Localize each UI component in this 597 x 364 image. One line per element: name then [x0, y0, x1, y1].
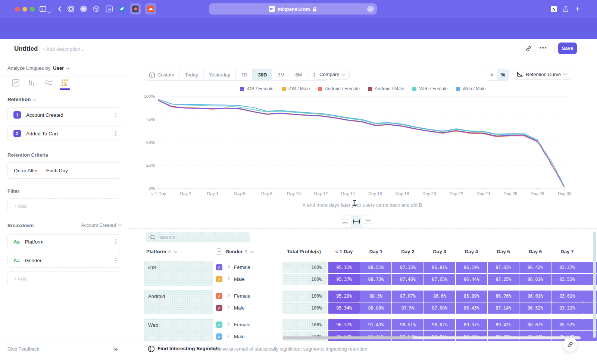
save-button[interactable]: Save: [558, 43, 577, 54]
expand-row-icon[interactable]: [226, 305, 230, 309]
tab-funnels[interactable]: [28, 79, 35, 88]
percent-toggle[interactable]: %: [497, 69, 509, 80]
share-icon[interactable]: [561, 4, 570, 13]
extension-soundcloud-icon[interactable]: [145, 3, 156, 15]
add-filter-button[interactable]: + Add: [7, 198, 121, 213]
retention-step-a[interactable]: 1 Account Created: [7, 107, 121, 122]
date-range-yesterday[interactable]: Yesterday: [204, 69, 236, 80]
date-range-3m[interactable]: 3M: [272, 69, 290, 80]
legend-item[interactable]: Web / Male: [456, 86, 486, 91]
date-range-30d[interactable]: 30D: [253, 69, 272, 80]
legend-item[interactable]: Android / Female: [318, 86, 360, 91]
gender-checkbox[interactable]: ✓: [216, 333, 222, 340]
layout-split-toggle[interactable]: [351, 216, 362, 227]
maximize-window-button[interactable]: [30, 7, 35, 12]
kebab-menu-icon[interactable]: [115, 258, 116, 263]
date-range-7d[interactable]: 7D: [236, 69, 253, 80]
compare-button[interactable]: Compare: [315, 69, 350, 80]
gender-checkbox[interactable]: ✓: [216, 276, 222, 282]
x-axis-tick-label: Day 6: [227, 191, 253, 196]
tab-flows[interactable]: [44, 79, 53, 88]
share-link-fab[interactable]: [563, 338, 577, 352]
expand-row-icon[interactable]: [226, 277, 230, 280]
tab-retention[interactable]: [61, 79, 69, 88]
gender-checkbox[interactable]: ✓: [216, 293, 222, 299]
extension-js-icon[interactable]: JS: [105, 4, 114, 13]
expand-row-icon[interactable]: [226, 322, 230, 326]
gender-checkbox[interactable]: ✓: [216, 264, 222, 270]
date-range-custom[interactable]: Custom: [144, 69, 180, 80]
report-title[interactable]: Untitled: [14, 45, 38, 53]
page-actions-icon[interactable]: •••: [367, 6, 374, 12]
date-range-label: Today: [185, 72, 198, 78]
tab-insights[interactable]: [12, 79, 19, 88]
sidebar-toggle-icon[interactable]: [38, 4, 47, 13]
layout-table-only-toggle[interactable]: [362, 216, 374, 227]
legend-item[interactable]: Android / Male: [368, 86, 404, 91]
minimize-window-button[interactable]: [22, 7, 27, 12]
breakdown-item-gender[interactable]: Aa Gender: [7, 253, 121, 268]
kebab-menu-icon[interactable]: [115, 113, 116, 117]
vertical-scrollbar-thumb[interactable]: [593, 232, 596, 338]
expand-row-icon[interactable]: [226, 334, 230, 338]
date-range-today[interactable]: Today: [180, 69, 204, 80]
absolute-numbers-toggle[interactable]: #: [486, 69, 497, 80]
legend-item[interactable]: iOS / Female: [240, 86, 274, 91]
notion-icon[interactable]: N: [549, 4, 558, 13]
extension-m-icon[interactable]: m: [79, 4, 88, 13]
copy-link-icon[interactable]: [525, 46, 532, 53]
legend-item[interactable]: Web / Female: [412, 86, 447, 91]
retention-section-heading[interactable]: Retention: [7, 97, 36, 102]
x-axis-tick-label: Day 24: [470, 191, 496, 196]
kebab-menu-icon[interactable]: [115, 131, 116, 136]
new-tab-button[interactable]: +: [573, 4, 582, 13]
close-window-button[interactable]: [15, 7, 20, 12]
collapse-sidebar-icon[interactable]: [113, 346, 119, 354]
report-description-placeholder[interactable]: + Add description...: [42, 46, 84, 52]
retention-step-b[interactable]: 2 Added To Cart: [7, 126, 121, 141]
expand-row-icon[interactable]: [226, 265, 230, 269]
platform-count: 4: [168, 249, 171, 254]
date-range-6m[interactable]: 6M: [290, 69, 307, 80]
analyze-uniques-control[interactable]: Analyze Uniques by User: [7, 65, 69, 71]
string-type-icon: Aa: [13, 258, 20, 263]
total-profiles-cell: 100%: [282, 291, 327, 302]
table-search[interactable]: [146, 232, 250, 242]
legend-item[interactable]: iOS / Male: [282, 86, 310, 91]
link-icon: [567, 341, 573, 348]
gender-checkbox[interactable]: ✓: [216, 305, 222, 311]
gender-column-header[interactable]: Gender 3: [225, 249, 253, 254]
lock-icon: [313, 7, 317, 12]
retention-value-cell: 83.01%: [551, 291, 583, 302]
chevron-down-icon[interactable]: [48, 8, 50, 15]
layout-chart-only-toggle[interactable]: [339, 216, 351, 227]
breakdown-scope-dropdown[interactable]: Account Created: [67, 223, 121, 228]
gender-checkbox[interactable]: ✓: [216, 321, 222, 328]
url-bar[interactable]: mixpanel.com •••: [209, 3, 377, 15]
x-axis-tick-label: Day 28: [524, 191, 550, 196]
step-number-badge: 1: [13, 111, 21, 119]
extension-target-icon[interactable]: [66, 4, 75, 13]
retention-value-cell: 83.22%: [551, 302, 583, 314]
criteria-mode[interactable]: On or After: [14, 168, 38, 173]
table-search-input[interactable]: [159, 234, 243, 241]
select-all-checkbox[interactable]: [216, 248, 222, 255]
extension-notes-icon[interactable]: [130, 3, 141, 15]
add-breakdown-button[interactable]: + Add: [7, 271, 121, 286]
breakdown-item-platform[interactable]: Aa Platform: [7, 234, 121, 249]
criteria-interval[interactable]: Each Day: [46, 168, 68, 173]
extension-cube-icon[interactable]: [92, 4, 101, 13]
retention-criteria-control[interactable]: On or After Each Day: [7, 162, 121, 179]
give-feedback-link[interactable]: Give Feedback: [7, 346, 39, 352]
horizontal-scrollbar-thumb[interactable]: [283, 336, 413, 339]
kebab-menu-icon[interactable]: [115, 239, 116, 244]
back-button[interactable]: [55, 4, 64, 13]
more-actions-icon[interactable]: •••: [540, 44, 547, 51]
extension-bird-icon[interactable]: [118, 4, 126, 13]
app-nav: DashboardsReportsUsersEvents Open Report…: [0, 18, 597, 39]
platform-label: iOS: [148, 265, 156, 270]
platform-column-header[interactable]: Platform 4: [146, 249, 177, 254]
expand-row-icon[interactable]: [226, 294, 230, 297]
add-filter-label: + Add: [14, 203, 26, 209]
chart-type-dropdown[interactable]: Retention Curve: [512, 69, 571, 80]
